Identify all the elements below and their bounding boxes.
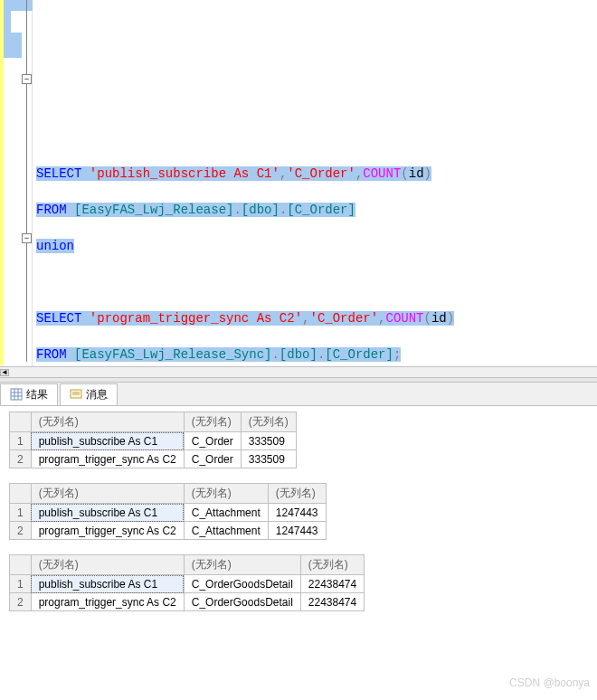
- result-grid-2[interactable]: (无列名)(无列名)(无列名) 1publish_subscribe As C1…: [9, 483, 327, 540]
- corner-cell: [10, 555, 32, 575]
- col-header[interactable]: (无列名): [300, 555, 364, 575]
- col-header[interactable]: (无列名): [184, 555, 300, 575]
- editor-gutter: − −: [0, 0, 33, 366]
- message-icon: [70, 388, 82, 401]
- cell[interactable]: 22438474: [300, 575, 364, 593]
- corner-cell: [10, 484, 32, 504]
- cell[interactable]: C_Order: [184, 432, 241, 450]
- table-row[interactable]: 2program_trigger_sync As C2C_OrderGoodsD…: [10, 593, 365, 611]
- cell[interactable]: 333509: [241, 432, 296, 450]
- cell[interactable]: publish_subscribe As C1: [31, 575, 184, 593]
- table-row[interactable]: 2program_trigger_sync As C2C_Order333509: [10, 450, 297, 468]
- cell[interactable]: program_trigger_sync As C2: [31, 450, 184, 468]
- cell[interactable]: C_Attachment: [184, 522, 268, 540]
- table-row[interactable]: 2program_trigger_sync As C2C_Attachment1…: [10, 522, 327, 540]
- grid-icon: [10, 388, 23, 401]
- col-header[interactable]: (无列名): [31, 555, 184, 575]
- fold-toggle-icon[interactable]: −: [22, 233, 32, 243]
- result-grid-1[interactable]: (无列名)(无列名)(无列名) 1publish_subscribe As C1…: [9, 411, 297, 468]
- result-grid-3[interactable]: (无列名)(无列名)(无列名) 1publish_subscribe As C1…: [9, 554, 365, 611]
- tab-messages-label: 消息: [86, 387, 108, 402]
- table-row[interactable]: 1publish_subscribe As C1C_Attachment1247…: [10, 504, 327, 522]
- cell[interactable]: 1247443: [268, 504, 326, 522]
- cell[interactable]: 22438474: [300, 593, 364, 611]
- tab-messages[interactable]: 消息: [60, 383, 118, 405]
- cell[interactable]: C_OrderGoodsDetail: [184, 593, 300, 611]
- cell[interactable]: C_Attachment: [184, 504, 268, 522]
- cell[interactable]: C_OrderGoodsDetail: [184, 575, 300, 593]
- col-header[interactable]: (无列名): [31, 484, 184, 504]
- cell[interactable]: publish_subscribe As C1: [31, 504, 184, 522]
- tab-results[interactable]: 结果: [0, 383, 58, 405]
- results-tabs: 结果 消息: [0, 383, 597, 406]
- corner-cell: [10, 412, 32, 432]
- cell[interactable]: C_Order: [184, 450, 241, 468]
- col-header[interactable]: (无列名): [31, 412, 184, 432]
- results-panel: (无列名)(无列名)(无列名) 1publish_subscribe As C1…: [0, 406, 597, 633]
- col-header[interactable]: (无列名): [268, 484, 326, 504]
- col-header[interactable]: (无列名): [241, 412, 296, 432]
- code-area[interactable]: SELECT 'publish_subscribe As C1','C_Orde…: [33, 0, 597, 366]
- scroll-left-icon[interactable]: ◄: [0, 369, 9, 376]
- fold-toggle-icon[interactable]: −: [22, 74, 32, 84]
- tab-results-label: 结果: [26, 387, 48, 402]
- table-row[interactable]: 1publish_subscribe As C1C_OrderGoodsDeta…: [10, 575, 365, 593]
- svg-rect-0: [11, 389, 22, 400]
- col-header[interactable]: (无列名): [184, 412, 241, 432]
- cell[interactable]: 1247443: [268, 522, 326, 540]
- col-header[interactable]: (无列名): [184, 484, 268, 504]
- cell[interactable]: 333509: [241, 450, 296, 468]
- cell[interactable]: program_trigger_sync As C2: [31, 593, 184, 611]
- table-row[interactable]: 1publish_subscribe As C1C_Order333509: [10, 432, 297, 450]
- cell[interactable]: program_trigger_sync As C2: [31, 522, 184, 540]
- cell[interactable]: publish_subscribe As C1: [31, 432, 184, 450]
- sql-editor: − − SELECT 'publish_subscribe As C1','C_…: [0, 0, 597, 366]
